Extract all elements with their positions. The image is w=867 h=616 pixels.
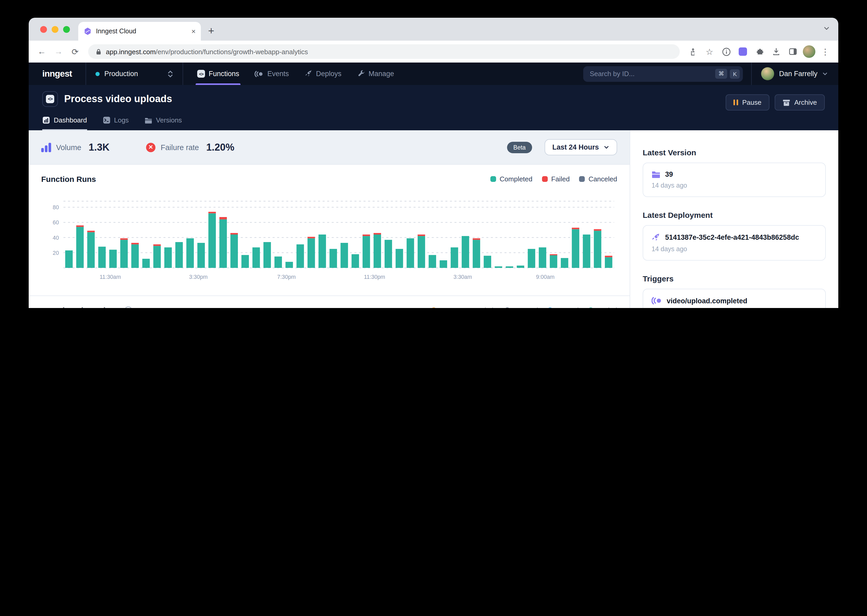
latest-deployment-heading: Latest Deployment — [643, 211, 826, 219]
info-icon[interactable]: i — [125, 306, 132, 308]
cmd-key-badge: ⌘ — [715, 69, 727, 79]
failure-label: Failure rate — [161, 143, 199, 151]
url-path: /env/production/functions/growth-webapp-… — [156, 48, 308, 55]
chart-title: Function Runs — [41, 174, 96, 183]
tab-search-chevron-icon[interactable] — [823, 25, 830, 32]
rocket-icon — [651, 233, 660, 242]
volume-label: Volume — [56, 143, 81, 151]
legend-concurrency-limit: Concurrency Limit — [431, 306, 495, 308]
search-box[interactable]: ⌘ K — [583, 66, 743, 82]
svg-text:3:30pm: 3:30pm — [189, 273, 208, 280]
inngest-favicon — [84, 27, 92, 35]
nav-item-functions[interactable]: <> Functions — [191, 63, 246, 85]
browser-menu-kebab-icon[interactable]: ⋮ — [818, 45, 832, 58]
tab-label: Dashboard — [54, 116, 87, 124]
tab-logs[interactable]: Logs — [102, 116, 129, 130]
chevron-down-icon — [822, 71, 828, 77]
new-tab-button[interactable]: + — [208, 25, 214, 37]
archive-icon — [782, 99, 790, 106]
user-menu[interactable]: Dan Farrelly — [752, 63, 838, 85]
trigger-value: video/upload.completed — [667, 297, 747, 305]
tab-close-icon[interactable]: × — [191, 27, 195, 35]
functions-icon: <> — [197, 70, 205, 78]
browser-tab[interactable]: Inngest Cloud × — [78, 22, 201, 41]
forward-button[interactable]: → — [52, 45, 65, 58]
folder-icon — [145, 117, 152, 124]
nav-item-label: Events — [267, 70, 289, 78]
latest-version-heading: Latest Version — [643, 148, 826, 157]
tab-versions[interactable]: Versions — [145, 116, 182, 130]
function-throughput-section: Function Throughput i Concurrency Limit … — [29, 295, 630, 308]
close-window-button[interactable] — [40, 26, 47, 33]
screenshot-stage: Inngest Cloud × + ← → ⟳ app.inngest.com/… — [0, 0, 867, 308]
volume-metric: Volume 1.3K — [41, 141, 110, 153]
updown-chevron-icon — [167, 69, 173, 78]
app-nav: inngest Production <> Functions — [29, 63, 838, 85]
extension-info-icon[interactable] — [719, 45, 733, 58]
minimize-window-button[interactable] — [52, 26, 58, 33]
svg-text:3:30am: 3:30am — [453, 273, 472, 280]
trigger-card[interactable]: video/upload.completed — [643, 289, 826, 308]
events-icon — [255, 70, 264, 77]
macos-traffic-lights — [40, 26, 70, 33]
lock-icon — [95, 48, 102, 55]
function-runs-legend: Completed Failed Canceled — [490, 175, 617, 183]
event-icon — [651, 297, 662, 305]
bookmark-star-icon[interactable]: ☆ — [703, 45, 716, 58]
extensions-puzzle-icon[interactable] — [753, 45, 766, 58]
page-title: Process video uploads — [64, 93, 172, 105]
legend-canceled: Canceled — [579, 175, 617, 183]
terminal-icon — [102, 116, 110, 124]
folder-icon — [651, 170, 660, 178]
latest-version-card[interactable]: 39 14 days ago — [643, 163, 826, 197]
k-key-badge: K — [730, 69, 740, 79]
legend-completed: Completed — [490, 175, 533, 183]
function-runs-chart[interactable]: 2040608011:30am3:30pm7:30pm11:30pm3:30am… — [41, 190, 617, 281]
pause-button[interactable]: Pause — [726, 94, 769, 110]
volume-bars-icon — [41, 143, 51, 152]
details-sidebar: Latest Version 39 14 days ago Latest Dep… — [630, 130, 838, 308]
wrench-icon — [357, 70, 365, 78]
url-bar[interactable]: app.inngest.com/env/production/functions… — [88, 44, 680, 59]
sidebar-toggle-icon[interactable] — [786, 45, 800, 58]
chevron-down-icon — [604, 145, 609, 150]
inngest-logo[interactable]: inngest — [29, 63, 85, 85]
user-name: Dan Farrelly — [779, 70, 817, 78]
environment-label: Production — [104, 70, 163, 78]
time-range-value: Last 24 Hours — [552, 143, 599, 151]
share-icon[interactable] — [686, 45, 700, 58]
search-input[interactable] — [590, 70, 713, 78]
environment-selector[interactable]: Production — [86, 63, 183, 85]
failure-metric: ✕ Failure rate 1.20% — [146, 141, 234, 153]
nav-items: <> Functions Events — [183, 63, 401, 85]
nav-item-deploys[interactable]: Deploys — [298, 63, 348, 85]
tab-dashboard[interactable]: Dashboard — [42, 116, 87, 130]
svg-text:11:30pm: 11:30pm — [364, 273, 385, 280]
downloads-icon[interactable] — [769, 45, 783, 58]
browser-window: Inngest Cloud × + ← → ⟳ app.inngest.com/… — [29, 18, 838, 308]
browser-profile-avatar[interactable] — [803, 46, 815, 58]
svg-text:11:30am: 11:30am — [99, 273, 121, 280]
tab-label: Versions — [156, 116, 182, 124]
time-range-select[interactable]: Last 24 Hours — [544, 139, 617, 155]
latest-deployment-value: 5141387e-35c2-4efe-a421-4843b86258dc — [665, 234, 799, 241]
archive-label: Archive — [794, 99, 817, 106]
latest-deployment-card[interactable]: 5141387e-35c2-4efe-a421-4843b86258dc 14 … — [643, 225, 826, 261]
back-button[interactable]: ← — [35, 45, 49, 58]
archive-button[interactable]: Archive — [774, 94, 825, 110]
nav-item-events[interactable]: Events — [248, 63, 296, 85]
triggers-heading: Triggers — [643, 274, 826, 283]
svg-text:20: 20 — [53, 249, 59, 256]
nav-item-manage[interactable]: Manage — [350, 63, 401, 85]
function-runs-section: Function Runs Completed Failed Canceled … — [29, 164, 630, 295]
volume-value: 1.3K — [89, 141, 110, 153]
browser-toolbar: ← → ⟳ app.inngest.com/env/production/fun… — [29, 41, 838, 63]
zoom-window-button[interactable] — [63, 26, 70, 33]
nav-item-label: Manage — [369, 70, 394, 78]
extension-purple-icon[interactable] — [736, 45, 750, 58]
failure-x-icon: ✕ — [146, 143, 156, 152]
content-area: Volume 1.3K ✕ Failure rate 1.20% Beta La… — [29, 130, 838, 308]
reload-button[interactable]: ⟳ — [68, 45, 82, 58]
metrics-bar: Volume 1.3K ✕ Failure rate 1.20% Beta La… — [29, 130, 630, 164]
tab-title: Inngest Cloud — [96, 28, 187, 35]
